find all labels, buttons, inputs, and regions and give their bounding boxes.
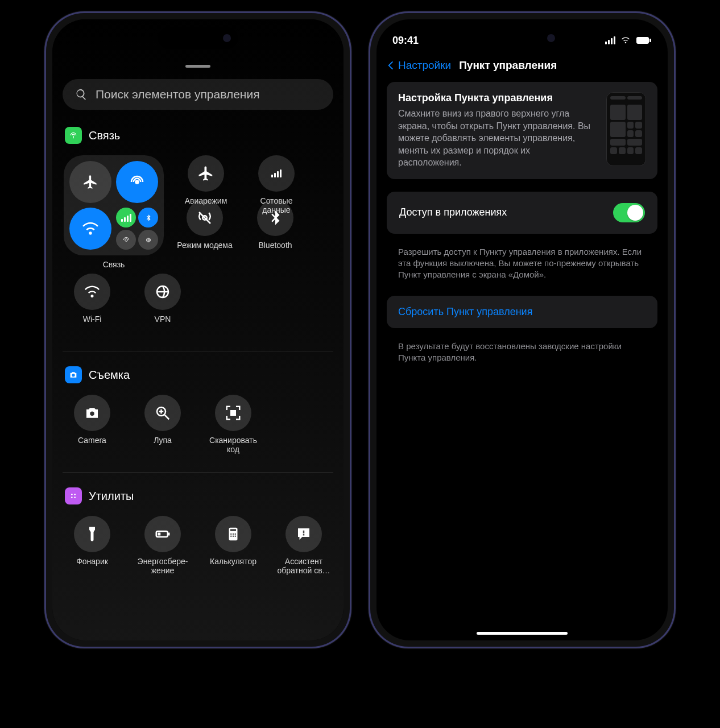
search-input[interactable]: Поиск элементов управления <box>63 79 333 110</box>
tile-label: Связь <box>103 260 125 269</box>
home-indicator[interactable] <box>477 632 568 635</box>
svg-rect-22 <box>303 534 305 536</box>
svg-point-9 <box>74 497 76 498</box>
section-title: Съемка <box>89 369 130 382</box>
tile-label: VPN <box>155 315 171 334</box>
section-utilities-header: Утилиты <box>63 483 333 512</box>
camera-icon <box>65 366 82 383</box>
section-divider <box>63 351 333 351</box>
tile-magnifier[interactable]: Лупа <box>134 395 191 455</box>
tile-wifi[interactable]: Wi-Fi <box>64 274 121 334</box>
reset-footnote: В результате будут восстановлены заводск… <box>387 341 657 364</box>
svg-rect-14 <box>230 529 236 531</box>
tile-feedback-assistant[interactable]: Ассистент обратной св… <box>275 516 332 576</box>
tile-flashlight[interactable]: Фонарик <box>64 516 121 576</box>
tile-label: Калькулятор <box>210 557 256 576</box>
magnifier-icon <box>144 395 181 431</box>
svg-rect-24 <box>649 39 651 42</box>
tile-label: Bluetooth <box>258 241 292 260</box>
cellular-signal-icon <box>605 36 615 44</box>
svg-point-18 <box>230 536 232 537</box>
svg-rect-21 <box>303 531 305 533</box>
svg-point-16 <box>233 533 234 535</box>
tile-label: Лупа <box>154 436 172 455</box>
switch-label: Доступ в приложениях <box>399 206 507 218</box>
dynamic-island <box>158 27 238 49</box>
vpn-icon <box>144 274 181 310</box>
tile-label: Camera <box>78 436 106 455</box>
wifi-icon <box>74 274 110 310</box>
tile-camera[interactable]: Camera <box>64 395 121 455</box>
svg-point-7 <box>74 494 76 495</box>
flashlight-icon <box>74 516 110 552</box>
sheet-grabber[interactable] <box>185 65 210 68</box>
hotspot-icon <box>116 230 136 250</box>
airplane-icon <box>188 155 224 192</box>
section-divider <box>63 472 333 473</box>
svg-point-20 <box>235 536 237 537</box>
connectivity-subcontrols[interactable] <box>116 208 158 250</box>
section-title: Утилиты <box>89 490 134 503</box>
settings-controlcenter-page: 09:41 Настройки Пункт управления Настро <box>376 19 668 640</box>
connectivity-module[interactable] <box>64 155 164 255</box>
cellular-icon <box>258 155 295 192</box>
calculator-icon <box>215 516 251 552</box>
tile-label: Ассистент обратной св… <box>275 557 332 576</box>
dots-icon <box>65 487 82 504</box>
section-connectivity-header: Связь <box>63 122 333 152</box>
reset-row[interactable]: Сбросить Пункт управления <box>387 296 657 328</box>
airplane-toggle[interactable] <box>69 161 111 203</box>
qr-scan-icon <box>215 395 251 431</box>
tile-label: Режим модема <box>177 241 233 260</box>
tile-hotspot[interactable]: Режим модема <box>176 200 233 260</box>
svg-rect-11 <box>168 533 170 536</box>
tile-label: Фонарик <box>76 557 108 576</box>
page-title: Пункт управления <box>459 59 557 72</box>
status-time: 09:41 <box>392 35 419 47</box>
bluetooth-icon <box>138 208 158 228</box>
access-in-apps-row: Доступ в приложениях <box>387 192 657 234</box>
battery-icon <box>636 36 652 44</box>
tile-scan-qr[interactable]: Сканировать код <box>205 395 262 455</box>
chevron-left-icon <box>384 59 397 72</box>
svg-point-19 <box>233 536 234 537</box>
svg-point-0 <box>135 180 139 184</box>
svg-point-15 <box>230 533 232 535</box>
nav-bar: Настройки Пункт управления <box>376 51 668 82</box>
tile-label: Энергосбере­жение <box>134 557 191 576</box>
svg-point-8 <box>71 497 73 498</box>
tile-bluetooth[interactable]: Bluetooth <box>247 200 304 260</box>
search-icon <box>75 88 88 101</box>
search-placeholder: Поиск элементов управления <box>96 88 260 101</box>
switch-footnote: Разрешить доступ к Пункту управления в п… <box>387 246 657 281</box>
camera-icon <box>74 395 110 431</box>
svg-point-17 <box>235 533 237 535</box>
intro-title: Настройка Пункта управления <box>398 92 596 104</box>
back-label: Настройки <box>398 59 451 72</box>
chat-alert-icon <box>285 516 322 552</box>
antenna-icon <box>65 127 82 144</box>
svg-line-2 <box>199 212 210 224</box>
access-in-apps-switch[interactable] <box>613 203 645 222</box>
wifi-toggle[interactable] <box>69 208 111 250</box>
back-button[interactable]: Настройки <box>384 59 451 72</box>
reset-button[interactable]: Сбросить Пункт управления <box>398 306 532 317</box>
intro-body: Смахните вниз из правого верхнего угла э… <box>398 107 596 169</box>
section-capture-header: Съемка <box>63 362 333 391</box>
intro-card: Настройка Пункта управления Смахните вни… <box>387 82 657 179</box>
svg-point-6 <box>71 494 73 495</box>
svg-rect-5 <box>230 410 236 416</box>
control-center-preview-icon <box>606 92 646 166</box>
tile-calculator[interactable]: Калькулятор <box>205 516 262 576</box>
bluetooth-icon <box>257 200 293 236</box>
phone-left: Поиск элементов управления Связь <box>44 11 351 648</box>
phone-right: 09:41 Настройки Пункт управления Настро <box>369 11 676 648</box>
tile-lowpower[interactable]: Энергосбере­жение <box>134 516 191 576</box>
airdrop-toggle[interactable] <box>116 161 158 203</box>
tile-label: Wi-Fi <box>83 315 102 334</box>
cellular-icon <box>116 208 136 228</box>
switch-knob <box>627 205 643 221</box>
tile-vpn[interactable]: VPN <box>134 274 191 334</box>
hotspot-icon <box>187 200 223 236</box>
vpn-icon <box>138 230 158 250</box>
